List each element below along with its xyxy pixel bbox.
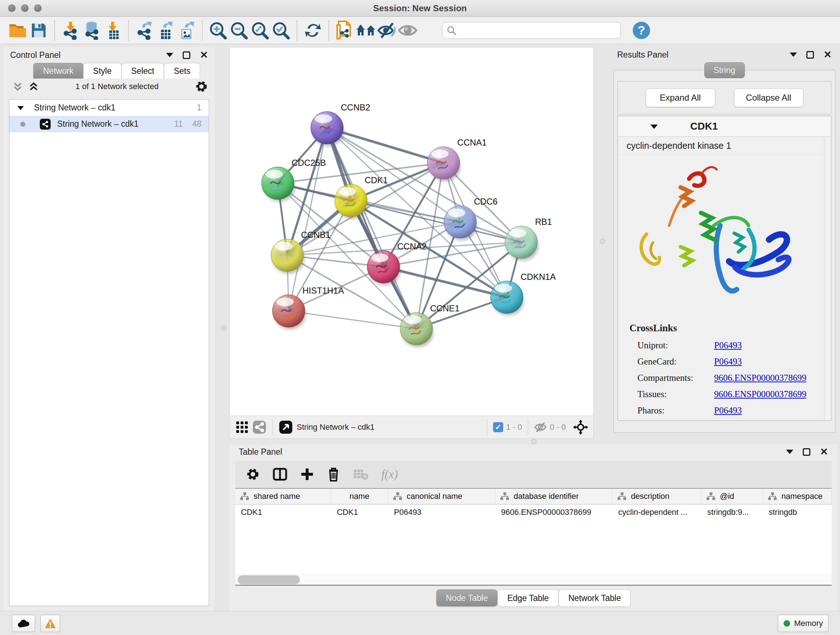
fit-content-crosshair-icon[interactable] [573,420,588,435]
import-network-file-icon[interactable] [60,20,81,41]
export-table-icon[interactable] [155,20,176,41]
table-cell[interactable]: stringdb [763,505,832,520]
network-canvas[interactable]: CCNB2CCNA1CDC25BCDK1CDC6RB1CCNB1CCNA2CDK… [230,48,593,416]
results-scrollbar[interactable] [824,137,831,420]
table-panel-menu-icon[interactable] [786,450,793,454]
table-cell[interactable]: CDK1 [331,505,388,520]
table-cell[interactable]: 9606.ENSP00000378699 [495,505,613,520]
network-edge-CCNB2-HIST1H1A[interactable] [289,128,327,311]
zoom-out-icon[interactable] [229,20,249,41]
table-hscrollbar-thumb[interactable] [238,575,300,584]
memory-button[interactable]: Memory [778,615,829,632]
table-options-gear-icon[interactable] [246,467,260,481]
horizontal-splitter-handle[interactable] [531,439,537,444]
show-hidden-icon[interactable] [397,20,418,41]
refresh-view-icon[interactable] [302,20,324,41]
column-header-2[interactable]: canonical name [388,489,495,504]
delete-column-icon[interactable] [327,467,340,482]
column-header-5[interactable]: @id [701,489,763,504]
help-icon[interactable]: ? [631,20,652,41]
network-edge-CCNE1-HIST1H1A[interactable] [289,311,416,329]
gene-section-header[interactable]: CDK1 [618,116,831,137]
birds-eye-view-icon[interactable] [235,420,249,434]
open-in-window-icon[interactable] [279,420,293,434]
table-cell[interactable]: cyclin-dependent ... [613,505,701,520]
network-node-CDKN1A[interactable]: CDKN1A [491,272,556,316]
network-row[interactable]: String Network – cdk1 11 48 [9,116,209,132]
table-panel-close-icon[interactable]: ✕ [820,448,828,456]
delete-table-icon[interactable] [353,468,368,480]
results-panel-float-icon[interactable] [806,51,814,59]
crosslink-link[interactable]: 9606.ENSP00000378699 [714,373,806,383]
crosslink-link[interactable]: P06493 [714,405,742,416]
right-splitter-handle[interactable] [600,239,605,244]
zoom-selected-icon[interactable] [271,20,292,41]
create-column-icon[interactable] [300,467,314,481]
control-panel-close-icon[interactable]: ✕ [200,51,208,59]
open-session-icon[interactable] [7,20,28,41]
table-row[interactable]: CDK1CDK1P064939606.ENSP00000378699cyclin… [235,505,832,520]
table-cell[interactable]: P06493 [388,505,495,520]
column-header-3[interactable]: database identifier [495,489,613,504]
tab-network[interactable]: Network [33,63,83,79]
save-session-icon[interactable] [28,20,49,41]
function-builder-icon[interactable]: f(x) [381,468,398,481]
column-header-4[interactable]: description [613,489,701,504]
tab-select[interactable]: Select [122,63,164,79]
tab-style[interactable]: Style [83,63,121,79]
collection-expand-icon[interactable] [17,105,25,111]
tab-node-table[interactable]: Node Table [436,589,498,607]
results-panel-menu-icon[interactable] [790,52,797,57]
column-header-0[interactable]: shared name [235,489,331,504]
network-edge-CCNA2-CDKN1A[interactable] [384,267,507,297]
expand-all-button[interactable]: Expand All [646,88,715,107]
crosslink-link[interactable]: P06493 [714,340,742,350]
warnings-button[interactable] [41,615,60,632]
expand-all-networks-icon[interactable] [28,81,39,92]
tab-sets[interactable]: Sets [164,63,200,79]
zoom-in-icon[interactable] [208,20,229,41]
table-hscrollbar[interactable] [235,573,832,586]
section-collapse-icon[interactable] [650,123,658,130]
network-options-gear-icon[interactable] [195,80,208,93]
zoom-fit-icon[interactable] [249,20,271,41]
cloud-status-button[interactable] [12,615,35,632]
table-cell[interactable]: stringdb:9... [701,505,763,520]
network-app-icon[interactable] [252,420,267,434]
network-node-CCNE1[interactable]: CCNE1 [400,303,459,347]
show-columns-icon[interactable] [273,467,287,481]
node-table[interactable]: shared namenamecanonical namedatabase id… [235,488,832,573]
network-node-HIST1H1A[interactable]: HIST1H1A [272,286,344,329]
column-header-1[interactable]: name [331,489,388,504]
network-node-RB1[interactable]: RB1 [505,217,552,261]
import-table-file-icon[interactable] [102,20,123,41]
network-collection-row[interactable]: String Network – cdk1 1 [9,100,209,116]
tab-network-table[interactable]: Network Table [559,589,630,607]
results-panel-close-icon[interactable]: ✕ [823,51,832,59]
network-node-CCNA1[interactable]: CCNA1 [427,138,486,181]
search-input[interactable] [459,26,616,35]
table-panel-float-icon[interactable] [803,448,810,456]
collapse-all-networks-icon[interactable] [12,81,23,92]
hide-selected-icon[interactable] [376,20,397,41]
export-image-icon[interactable] [176,20,197,41]
collapse-all-button[interactable]: Collapse All [734,88,804,107]
network-edge-CCNB2-CCNE1[interactable] [327,128,416,329]
crosslink-link[interactable]: 9606.ENSP00000378699 [714,389,806,399]
tab-edge-table[interactable]: Edge Table [497,589,559,607]
tab-string[interactable]: String [704,62,745,78]
left-splitter-handle[interactable] [221,325,226,331]
network-edge-CCNB2-CCNA1[interactable] [327,128,444,163]
control-panel-float-icon[interactable] [183,51,190,59]
table-cell[interactable]: CDK1 [235,505,331,520]
network-node-CDK1[interactable]: CDK1 [335,175,388,219]
import-network-database-icon[interactable] [81,20,102,41]
network-snapshot-icon[interactable] [334,20,355,41]
column-header-6[interactable]: namespace [763,489,832,504]
show-all-networks-icon[interactable] [355,20,376,41]
crosslink-link[interactable]: P06493 [714,356,742,367]
control-panel-menu-icon[interactable] [166,53,173,57]
selected-items-checkbox[interactable]: ✓ [493,422,503,432]
export-network-icon[interactable] [134,20,155,41]
network-node-CCNB2[interactable]: CCNB2 [311,103,370,146]
